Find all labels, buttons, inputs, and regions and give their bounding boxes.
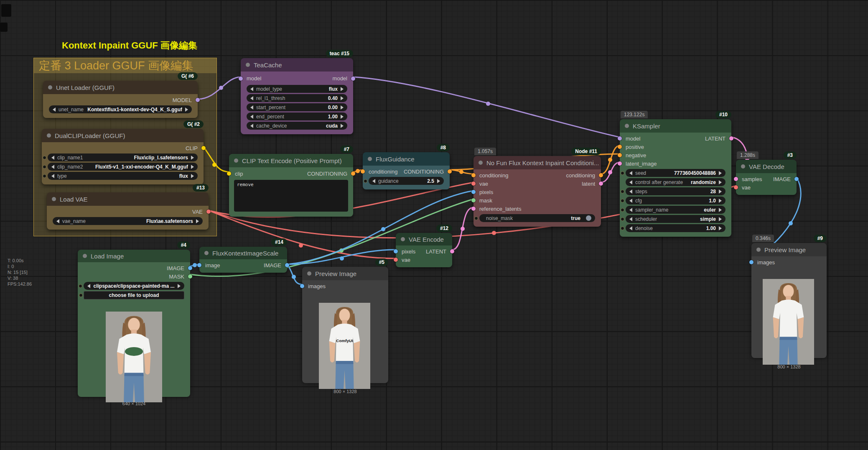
stepper-right-arrow-icon[interactable] xyxy=(719,171,722,175)
widget-seed[interactable]: seed 777360450048886 xyxy=(626,169,725,177)
stepper-right-arrow-icon[interactable] xyxy=(719,189,722,194)
output-port-image[interactable] xyxy=(794,177,799,181)
widget-rel-l1-thresh[interactable]: rel_l1_thresh 0.40 xyxy=(247,94,347,102)
collapse-dot-icon[interactable] xyxy=(52,197,56,201)
combo-left-arrow-icon[interactable] xyxy=(250,105,253,110)
node-inpaint-conditioning[interactable]: 1.057s Node #11 No Fun Flux Kontext Inpa… xyxy=(473,156,601,227)
widget-socket[interactable] xyxy=(43,165,46,169)
combo-left-arrow-icon[interactable] xyxy=(51,156,54,160)
widget-vae-name[interactable]: vae_name Flux\ae.safetensors xyxy=(53,217,203,225)
widget-socket[interactable] xyxy=(79,294,83,297)
output-port-latent[interactable] xyxy=(599,182,603,186)
widget-socket[interactable] xyxy=(621,217,624,221)
output-port-conditioning[interactable] xyxy=(599,173,603,177)
node-flux-guidance[interactable]: #8 FluxGuidance conditioning CONDITIONIN… xyxy=(363,152,450,189)
input-port-model[interactable] xyxy=(239,77,243,81)
node-header[interactable]: Preview Image xyxy=(751,243,827,256)
widget-socket[interactable] xyxy=(43,156,46,159)
collapse-dot-icon[interactable] xyxy=(83,254,87,258)
widget-cache-device[interactable]: cache_device cuda xyxy=(247,122,347,130)
input-port-image[interactable] xyxy=(197,263,201,267)
collapse-dot-icon[interactable] xyxy=(47,133,51,138)
node-header[interactable]: CLIP Text Encode (Positive Prompt) xyxy=(229,154,353,167)
widget-socket[interactable] xyxy=(79,284,82,288)
combo-right-arrow-icon[interactable] xyxy=(341,87,344,91)
node-header[interactable]: DualCLIPLoader (GGUF) xyxy=(42,129,204,142)
collapse-dot-icon[interactable] xyxy=(756,248,761,252)
node-dual-clip-loader[interactable]: G( #2 DualCLIPLoader (GGUF) CLIP clip_na… xyxy=(42,129,204,184)
node-header[interactable]: Load VAE xyxy=(47,192,209,206)
combo-left-arrow-icon[interactable] xyxy=(372,179,375,183)
combo-right-arrow-icon[interactable] xyxy=(185,107,188,112)
node-header[interactable]: FluxKontextImageScale xyxy=(199,247,287,259)
combo-right-arrow-icon[interactable] xyxy=(341,124,344,128)
combo-left-arrow-icon[interactable] xyxy=(87,284,90,288)
input-port-model[interactable] xyxy=(618,136,622,141)
collapse-dot-icon[interactable] xyxy=(234,159,238,163)
node-unet-loader[interactable]: G( #6 Unet Loader (GGUF) MODEL unet_name… xyxy=(43,81,198,118)
prompt-textarea[interactable]: remove xyxy=(234,180,348,212)
widget-sampler-name[interactable]: sampler_name euler xyxy=(626,206,725,214)
widget-guidance[interactable]: guidance 2.5 xyxy=(369,177,444,185)
input-port-reference-latents[interactable] xyxy=(471,207,476,211)
toggle-knob[interactable] xyxy=(586,215,591,221)
node-preview-image-center[interactable]: #5 Preview Image images ComfyUI xyxy=(302,267,388,381)
widget-socket[interactable] xyxy=(621,226,624,230)
combo-right-arrow-icon[interactable] xyxy=(719,217,722,221)
combo-left-arrow-icon[interactable] xyxy=(53,107,56,112)
widget-socket[interactable] xyxy=(621,208,624,212)
widget-clip-name1[interactable]: clip_name1 Flux\clip_l.safetensors xyxy=(48,153,198,161)
node-header[interactable]: Load Image xyxy=(78,250,190,262)
comfyui-canvas[interactable]: { "canvas":{"width":2077,"height":1076},… xyxy=(0,0,868,450)
node-vae-encode[interactable]: #12 VAE Encode pixels LATENT vae xyxy=(396,233,452,267)
combo-left-arrow-icon[interactable] xyxy=(629,208,632,212)
combo-left-arrow-icon[interactable] xyxy=(51,165,54,169)
node-ksampler[interactable]: 123.122s #10 KSampler model LATENT posit… xyxy=(620,119,731,237)
widget-socket[interactable] xyxy=(621,171,624,175)
output-port-model[interactable] xyxy=(196,98,200,102)
output-port-image[interactable] xyxy=(188,266,192,270)
node-vae-decode[interactable]: 1.288s #3 VAE Decode samples IMAGE vae xyxy=(736,160,797,195)
combo-right-arrow-icon[interactable] xyxy=(341,96,344,100)
stepper-right-arrow-icon[interactable] xyxy=(719,226,722,230)
output-port-clip[interactable] xyxy=(201,146,206,150)
widget-steps[interactable]: steps 28 xyxy=(626,187,725,195)
stepper-left-arrow-icon[interactable] xyxy=(629,199,632,203)
widget-socket[interactable] xyxy=(621,199,624,202)
widget-cfg[interactable]: cfg 1.0 xyxy=(626,197,725,205)
node-header[interactable]: FluxGuidance xyxy=(363,152,450,166)
stepper-left-arrow-icon[interactable] xyxy=(629,189,632,194)
collapse-dot-icon[interactable] xyxy=(307,271,311,276)
collapse-dot-icon[interactable] xyxy=(368,157,372,161)
input-port-pixels[interactable] xyxy=(394,249,398,253)
node-preview-image-right[interactable]: 0.346s #9 Preview Image images xyxy=(751,243,827,356)
output-port-model[interactable] xyxy=(351,77,355,81)
output-port-image[interactable] xyxy=(285,263,289,267)
input-port-latent-image[interactable] xyxy=(618,161,622,166)
widget-noise-mask[interactable]: noise_mask true xyxy=(479,214,595,222)
input-port-images[interactable] xyxy=(749,260,753,264)
combo-right-arrow-icon[interactable] xyxy=(437,179,440,183)
combo-right-arrow-icon[interactable] xyxy=(191,174,194,178)
collapse-dot-icon[interactable] xyxy=(48,85,52,89)
input-port-conditioning[interactable] xyxy=(471,173,476,177)
widget-socket[interactable] xyxy=(43,174,46,178)
input-port-vae[interactable] xyxy=(394,258,398,262)
combo-right-arrow-icon[interactable] xyxy=(191,165,194,169)
input-port-clip[interactable] xyxy=(227,171,231,176)
collapse-dot-icon[interactable] xyxy=(741,164,745,169)
combo-right-arrow-icon[interactable] xyxy=(191,156,194,160)
output-port-latent[interactable] xyxy=(729,136,733,141)
node-header[interactable]: No Fun Flux Kontext Inpaint Conditioni..… xyxy=(473,156,601,169)
stepper-left-arrow-icon[interactable] xyxy=(629,226,632,230)
input-port-images[interactable] xyxy=(300,284,304,288)
widget-scheduler[interactable]: scheduler simple xyxy=(626,215,725,223)
combo-left-arrow-icon[interactable] xyxy=(56,219,59,223)
combo-right-arrow-icon[interactable] xyxy=(178,284,181,288)
stepper-right-arrow-icon[interactable] xyxy=(719,180,722,184)
node-header[interactable]: TeaCache xyxy=(241,58,353,72)
stepper-right-arrow-icon[interactable] xyxy=(719,199,722,203)
node-load-vae[interactable]: #13 Load VAE VAE vae_name Flux\ae.safete… xyxy=(47,192,209,230)
widget-unet-name[interactable]: unet_name Kontext\flux1-kontext-dev-Q4_K… xyxy=(49,105,192,113)
input-port-negative[interactable] xyxy=(618,153,622,157)
